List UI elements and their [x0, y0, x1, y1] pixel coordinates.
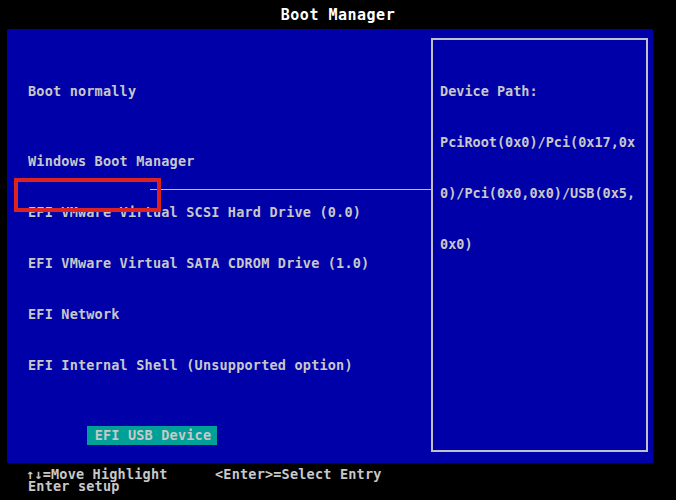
move-highlight-hint: ↑↓=Move Highlight	[26, 466, 168, 482]
help-bar: ↑↓=Move Highlight <Enter>=Select Entry	[0, 466, 676, 486]
device-path-panel: Device Path: PciRoot(0x0)/Pci(0x17,0x 0)…	[431, 38, 648, 452]
page-title: Boot Manager	[0, 6, 676, 24]
annotation-red-box	[14, 178, 161, 212]
menu-item-efi-usb-device[interactable]: EFI USB Device	[28, 407, 369, 426]
menu-item-efi-sata-cdrom-drive[interactable]: EFI VMware Virtual SATA CDROM Drive (1.0…	[28, 254, 369, 273]
menu-item-efi-internal-shell[interactable]: EFI Internal Shell (Unsupported option)	[28, 356, 369, 375]
menu-item-boot-normally[interactable]: Boot normally	[28, 82, 369, 101]
device-path-heading: Device Path:	[440, 82, 646, 101]
boot-manager-screen: Boot Manager Boot normally Windows Boot …	[0, 0, 676, 500]
selection-divider-line	[150, 189, 431, 190]
device-path-line: PciRoot(0x0)/Pci(0x17,0x	[440, 133, 646, 152]
boot-menu: Boot normally Windows Boot Manager EFI V…	[28, 50, 369, 500]
selected-item-highlight[interactable]: EFI USB Device	[87, 426, 218, 445]
device-path-line: 0x0)	[440, 235, 646, 254]
menu-item-efi-network[interactable]: EFI Network	[28, 305, 369, 324]
select-entry-hint: <Enter>=Select Entry	[215, 466, 382, 482]
menu-item-windows-boot-manager[interactable]: Windows Boot Manager	[28, 152, 369, 171]
device-path-line: 0)/Pci(0x0,0x0)/USB(0x5,	[440, 184, 646, 203]
